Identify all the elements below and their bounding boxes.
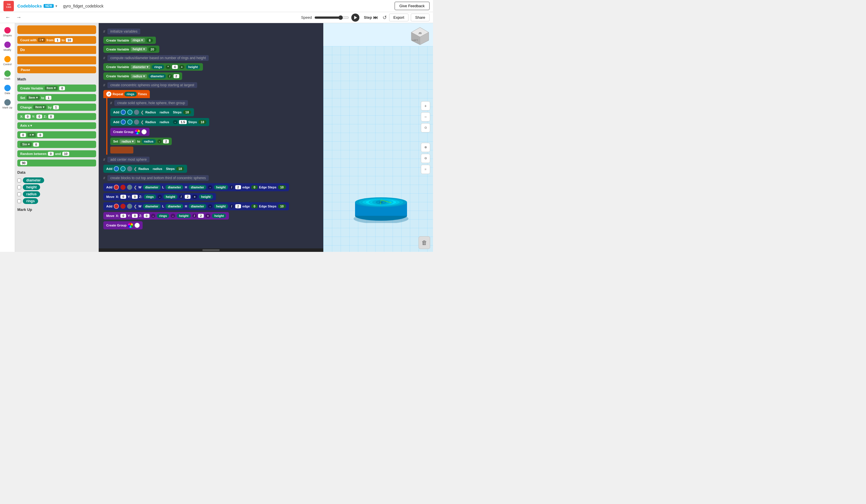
code-canvas[interactable]: // initialize variables Create Variable … <box>99 23 323 252</box>
y-val[interactable]: 0 <box>36 114 42 119</box>
add-sphere3-block[interactable]: Add ❮ Radius radius Steps 18 <box>103 165 187 173</box>
move2-z[interactable]: 0 <box>144 214 149 218</box>
cv-value[interactable]: 0 <box>59 86 65 90</box>
count-to-input[interactable]: 10 <box>66 38 73 42</box>
step-button[interactable]: Step ⏭ <box>362 14 380 21</box>
xyz-block[interactable]: X: 0 Y: 0 Z: 0 <box>17 113 96 120</box>
set-radius-val[interactable]: 2 <box>163 139 169 143</box>
chevron-down-icon[interactable]: ▾ <box>55 4 57 8</box>
sin-dropdown[interactable]: Sin ▾ <box>20 142 32 147</box>
set-block[interactable]: Set Item ▾ to 1 <box>17 94 96 101</box>
reset-button[interactable]: ↺ <box>382 14 387 21</box>
sidebar-item-modify[interactable]: Modify <box>1 40 14 53</box>
view-cube[interactable]: JS LEFT <box>410 26 430 46</box>
random-from[interactable]: 0 <box>48 152 54 156</box>
do-block[interactable]: Do <box>17 46 96 54</box>
fit-view-button[interactable]: ⊙ <box>421 123 430 132</box>
diameter-tag[interactable]: diameter <box>23 177 44 183</box>
orange-block-top[interactable] <box>17 25 96 34</box>
change-value[interactable]: 1 <box>53 105 59 109</box>
sidebar-item-data[interactable]: Data <box>1 83 14 96</box>
rings-tag[interactable]: rings <box>23 198 38 204</box>
change-item-dropdown[interactable]: Item ▾ <box>33 105 46 109</box>
repeat-block[interactable]: ↺ Repeat rings Times <box>103 90 150 98</box>
speed-slider[interactable] <box>314 15 349 20</box>
axis-block[interactable]: Axis x ▾ <box>17 122 96 129</box>
random-to[interactable]: 10 <box>62 152 69 156</box>
constant-block[interactable]: 90 <box>17 159 96 167</box>
zoom-out-button[interactable]: − <box>421 112 430 122</box>
constant-value[interactable]: 90 <box>20 161 27 165</box>
equal-button[interactable]: = <box>421 165 430 174</box>
zoom-out2-button[interactable]: ⊖ <box>421 154 430 163</box>
move2-x[interactable]: 0 <box>120 214 126 218</box>
cv-rings-block[interactable]: Create Variable rings ▾ 8 <box>103 37 156 44</box>
sphere2-val[interactable]: 1.5 <box>179 120 187 124</box>
height-checkbox[interactable] <box>17 186 21 189</box>
create-variable-block[interactable]: Create Variable Item ▾ 0 <box>17 85 96 92</box>
move2-val2[interactable]: 2 <box>198 214 204 218</box>
move1-y[interactable]: 0 <box>132 195 138 199</box>
radius-checkbox[interactable] <box>17 192 21 196</box>
change-block[interactable]: Change Item ▾ by 1 <box>17 103 96 111</box>
math-op-dropdown[interactable]: + ▾ <box>27 133 36 137</box>
box2-val2[interactable]: 2 <box>235 204 241 208</box>
undo-button[interactable]: ← <box>3 14 12 21</box>
cv-diameter-val4[interactable]: 4 <box>172 65 178 69</box>
add-sphere2-block[interactable]: Add ❮ Radius radius - 1.5 Steps 18 <box>110 118 209 126</box>
export-button[interactable]: Export <box>389 13 409 21</box>
pause-block[interactable]: Pause <box>17 66 96 73</box>
math-op-right[interactable]: 0 <box>37 133 43 137</box>
radius-tag[interactable]: radius <box>23 191 40 197</box>
move1-x[interactable]: 0 <box>120 195 126 199</box>
feedback-button[interactable]: Give Feedback <box>395 2 430 10</box>
count-var-dropdown[interactable]: i ▾ <box>38 38 45 42</box>
math-op-left[interactable]: 0 <box>20 133 26 137</box>
move1-block[interactable]: Move X: 0 Y: 0 Z: rings - height / 2 + h… <box>103 193 216 201</box>
set-radius-block[interactable]: Set radius ▾ to radius - 2 <box>110 138 172 145</box>
sin-value[interactable]: 0 <box>33 143 39 147</box>
create-group2-block[interactable]: Create Group <box>103 221 143 229</box>
share-button[interactable]: Share <box>411 13 430 21</box>
box1-val2[interactable]: 2 <box>235 185 241 189</box>
move2-y[interactable]: 0 <box>132 214 138 218</box>
delete-button[interactable]: 🗑 <box>419 236 430 249</box>
add-box1-block[interactable]: Add ❮ W diameter L diameter H diameter -… <box>103 183 289 191</box>
math-op-block[interactable]: 0 + ▾ 0 <box>17 131 96 138</box>
sidebar-item-math[interactable]: Math <box>1 69 14 82</box>
redo-button[interactable]: → <box>14 14 23 21</box>
z-val[interactable]: 0 <box>48 114 54 119</box>
zoom-in-button[interactable]: + <box>421 101 430 111</box>
count-with-block[interactable]: Count with i ▾ from 1 to 10 <box>17 36 96 44</box>
cv-diameter-block[interactable]: Create Variable diameter ▾ rings * 4 + h… <box>103 63 203 71</box>
cv-radius-dropdown[interactable]: radius ▾ <box>131 74 147 78</box>
cv-radius-val2[interactable]: 2 <box>174 74 179 78</box>
height-tag[interactable]: height <box>23 184 40 190</box>
sidebar-item-shapes[interactable]: Shapes <box>1 25 14 39</box>
set-radius-dropdown[interactable]: radius ▾ <box>120 139 136 144</box>
move2-block[interactable]: Move X: 0 Y: 0 Z: 0 - rings - height / 2… <box>103 212 229 220</box>
cv-radius-block[interactable]: Create Variable radius ▾ diameter / 2 <box>103 72 182 80</box>
x-val[interactable]: 0 <box>25 114 31 119</box>
cv-height-block[interactable]: Create Variable height ▾ 20 <box>103 46 159 53</box>
set-item-dropdown[interactable]: Item ▾ <box>26 96 40 100</box>
add-sphere1-block[interactable]: Add ❮ Radius radius Steps 18 <box>110 108 194 116</box>
horizontal-scrollbar[interactable] <box>99 248 323 252</box>
sin-block[interactable]: Sin ▾ 0 <box>17 141 96 148</box>
zoom-fit-button[interactable]: ⊕ <box>421 143 430 152</box>
rings-checkbox[interactable] <box>17 199 21 203</box>
cv-height-dropdown[interactable]: height ▾ <box>131 47 147 51</box>
play-button[interactable] <box>351 13 359 22</box>
sidebar-item-markup[interactable]: Mark Up <box>1 98 14 111</box>
move1-val2[interactable]: 2 <box>185 195 190 199</box>
item-dropdown[interactable]: Item ▾ <box>45 86 58 90</box>
diameter-checkbox[interactable] <box>17 179 21 182</box>
cv-rings-dropdown[interactable]: rings ▾ <box>131 38 145 42</box>
set-value[interactable]: 1 <box>46 96 52 100</box>
random-block[interactable]: Random between 0 and 10 <box>17 150 96 157</box>
add-box2-block[interactable]: Add ❮ W diameter L diameter H diameter -… <box>103 202 289 210</box>
sidebar-item-control[interactable]: Control <box>1 54 14 67</box>
count-from-input[interactable]: 1 <box>55 38 60 42</box>
create-group1-block[interactable]: Create Group <box>110 128 149 136</box>
cv-diameter-dropdown[interactable]: diameter ▾ <box>131 65 151 69</box>
